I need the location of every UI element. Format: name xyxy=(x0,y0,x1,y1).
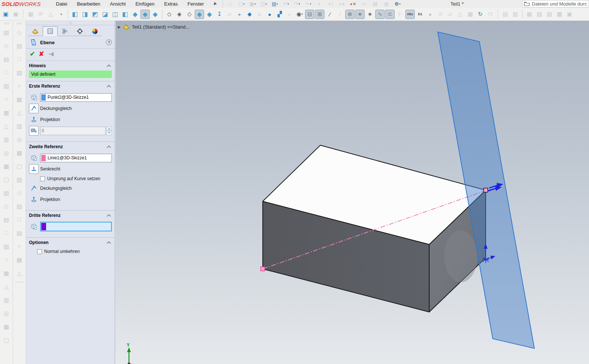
sketch-point-marker[interactable] xyxy=(261,267,265,271)
featuremanager-tab[interactable] xyxy=(28,26,43,36)
part-icon xyxy=(123,24,130,30)
propertymanager-tab[interactable] xyxy=(43,26,58,36)
toolbar-drag-handle[interactable] xyxy=(3,22,9,24)
section-zweite-referenz-header[interactable]: Zweite Referenz xyxy=(26,142,115,151)
trimetric-view-icon[interactable]: ◆ xyxy=(140,10,150,19)
hidden-lines-removed-icon[interactable]: ◇ xyxy=(185,10,194,19)
view-planes-icon[interactable]: ⊟ xyxy=(305,10,314,19)
perspective-icon[interactable]: ▞ xyxy=(275,10,284,19)
second-reference-selection-field[interactable]: Linie1@3D-Skizze1 xyxy=(40,154,112,162)
section-zweite-referenz: Linie1@3D-Skizze1 Senkrecht Ursprung auf… xyxy=(26,151,115,209)
view-origins-icon[interactable]: ⊕ xyxy=(345,10,355,19)
view-sketch-relations-icon[interactable]: ⊂ xyxy=(385,10,395,19)
side1-feature-icon-17: ▨ xyxy=(2,242,11,251)
view-curves-icon[interactable]: ∿ xyxy=(375,10,385,19)
measure-icon[interactable]: ◔ xyxy=(56,10,65,19)
view-points-icon[interactable]: ∗ xyxy=(365,10,375,19)
section-hinweis-header[interactable]: Hinweis xyxy=(26,61,115,70)
spin-down-button[interactable] xyxy=(106,131,112,135)
dropdown-caret-icon[interactable]: ▾ xyxy=(243,3,245,6)
graphics-area[interactable]: Y ▶ Teil1 (Standard) <<Stand... xyxy=(116,21,589,364)
wireframe-display-icon[interactable]: ◇ xyxy=(165,10,174,19)
menu-einf-gen[interactable]: Einfügen xyxy=(130,0,159,8)
cancel-button[interactable]: ✘ xyxy=(39,50,44,58)
redraw-icon[interactable]: ↻ xyxy=(476,10,485,19)
toolbar-drag-handle[interactable] xyxy=(16,22,22,24)
search-box[interactable]: Dateien und Modelle durc xyxy=(522,0,589,7)
options-list-icon: ▥ xyxy=(383,1,390,7)
screen-capture-icon[interactable]: ▣ xyxy=(1,10,10,19)
view-dimension-names-icon[interactable]: D1 xyxy=(415,10,425,19)
offset-value-field: 0 xyxy=(40,127,106,135)
sketch-point-marker-selected[interactable] xyxy=(484,188,488,192)
menu-fenster[interactable]: Fenster xyxy=(183,0,209,8)
displaymanager-tab[interactable] xyxy=(87,26,102,36)
section-erste-referenz-header[interactable]: Erste Referenz xyxy=(26,81,115,90)
projection-constraint-button[interactable] xyxy=(29,195,39,204)
settings-gear-icon[interactable]: ⚙▾ xyxy=(394,1,401,7)
coincident-constraint-button[interactable] xyxy=(29,183,39,193)
open-file-icon: ▣▾ xyxy=(249,1,256,7)
view-coordinate-systems-icon[interactable]: ∗ xyxy=(355,10,365,19)
left-view-icon[interactable]: ◩ xyxy=(90,10,100,19)
coincident-constraint-button[interactable] xyxy=(29,104,39,113)
dropdown-caret-icon[interactable]: ▾ xyxy=(288,3,289,6)
bottom-view-icon[interactable]: ◧ xyxy=(120,10,130,19)
section-dritte-referenz-header[interactable]: Dritte Referenz xyxy=(26,211,115,220)
dropdown-caret-icon[interactable]: ▾ xyxy=(302,13,303,16)
splitter-handle-icon[interactable] xyxy=(69,22,72,24)
dimetric-view-icon[interactable]: ◆ xyxy=(151,10,160,19)
menu-extras[interactable]: Extras xyxy=(159,0,183,8)
side-toolbars: ▧◇▤□▨○▦△▥◎▩▢▧◇▤□▨○▦△▥◎▩▢ ◇▤□▨○▦△▥◎▩▢▧◇▤□… xyxy=(0,21,26,364)
dropdown-caret-icon[interactable]: ▾ xyxy=(266,3,267,6)
third-reference-selection-field[interactable] xyxy=(40,222,112,231)
top-view-icon[interactable]: ◫ xyxy=(110,10,120,19)
spin-up-button[interactable] xyxy=(106,127,112,131)
shaded-display-icon[interactable]: ◆ xyxy=(205,10,214,19)
dropdown-caret-icon[interactable]: ▾ xyxy=(299,3,300,6)
expand-arrow-icon[interactable]: ▶ xyxy=(118,25,121,29)
flip-normal-checkbox[interactable] xyxy=(37,249,42,254)
dimxpertmanager-tab[interactable] xyxy=(72,26,87,36)
projection-constraint-button[interactable] xyxy=(29,115,39,124)
view-orientation-icon[interactable]: ◆ xyxy=(245,10,254,19)
first-reference-selection-field[interactable]: Punkt2@3D-Skizze1 xyxy=(40,93,112,102)
dropdown-caret-icon[interactable]: ▾ xyxy=(277,3,278,6)
isometric-view-icon[interactable]: ◆ xyxy=(130,10,140,19)
shaded-with-edges-icon[interactable]: ◆ xyxy=(195,10,204,19)
feature-tree-breadcrumb[interactable]: ▶ Teil1 (Standard) <<Stand... xyxy=(118,24,190,30)
shadows-icon[interactable]: ● xyxy=(265,10,274,19)
panel-splitter[interactable] xyxy=(26,21,115,25)
menu-ansicht[interactable]: Ansicht xyxy=(105,0,131,8)
print-icon[interactable]: ▤▾ xyxy=(272,1,278,7)
pin-button[interactable] xyxy=(48,52,55,57)
hide-show-items-icon[interactable]: ◉▾ xyxy=(295,10,304,19)
perpendicular-constraint-button[interactable] xyxy=(29,164,39,174)
solidworks-window: SOLIDWORKS DateiBearbeitenAnsichtEinfüge… xyxy=(0,0,589,364)
chevron-up-icon xyxy=(107,241,111,245)
dropdown-caret-icon[interactable]: ▾ xyxy=(310,3,311,6)
realview-icon[interactable]: ● xyxy=(255,10,264,19)
front-view-icon[interactable]: ◧ xyxy=(70,10,80,19)
back-view-icon[interactable]: ◨ xyxy=(80,10,90,19)
pin-menu-icon[interactable]: ➤ xyxy=(210,0,220,9)
section-optionen-header[interactable]: Optionen xyxy=(26,238,115,247)
help-button[interactable]: ? xyxy=(106,39,112,45)
view-annotations-icon[interactable]: Abc xyxy=(405,10,415,19)
origin-on-curve-checkbox[interactable] xyxy=(40,176,45,181)
hidden-lines-visible-icon[interactable]: ◈ xyxy=(175,10,184,19)
traffic-light-icon[interactable]: ◐≡ xyxy=(350,1,356,7)
dropdown-caret-icon[interactable]: ▾ xyxy=(255,3,256,6)
side1-feature-icon-18: ○ xyxy=(2,255,11,264)
view-live-section-icon[interactable]: ⊞ xyxy=(315,10,324,19)
ok-button[interactable]: ✔ xyxy=(30,50,35,58)
section-view-icon[interactable]: ↧ xyxy=(215,10,224,19)
right-view-icon[interactable]: ◪ xyxy=(100,10,110,19)
dropdown-caret-icon[interactable]: ▾ xyxy=(399,3,401,6)
target-icon xyxy=(77,28,83,35)
view-axes-icon[interactable]: ∕ xyxy=(325,10,334,19)
menu-bearbeiten[interactable]: Bearbeiten xyxy=(72,0,105,8)
pan-view-icon[interactable]: + xyxy=(235,10,244,19)
menu-datei[interactable]: Datei xyxy=(51,0,72,8)
configurationmanager-tab[interactable] xyxy=(58,26,72,36)
